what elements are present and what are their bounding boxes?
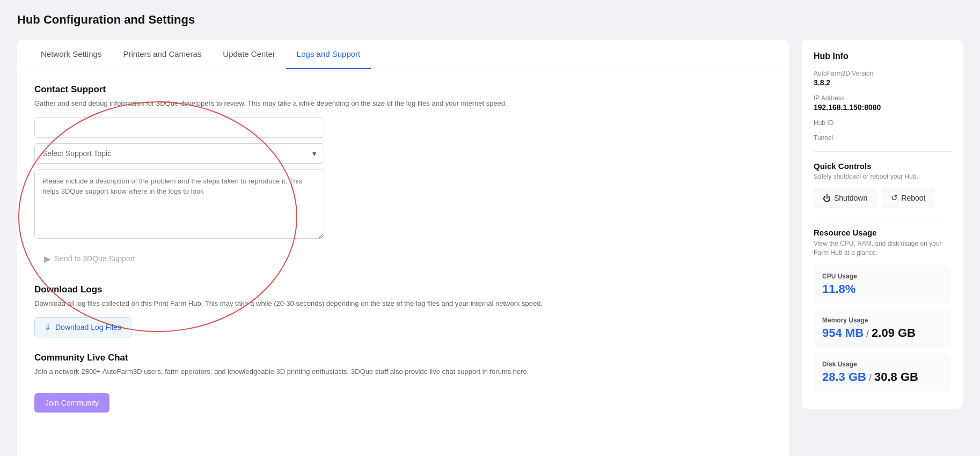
ip-label: IP Address xyxy=(814,94,951,102)
shutdown-button[interactable]: ⏻ Shutdown xyxy=(814,188,876,208)
page-title: Hub Configuration and Settings xyxy=(17,13,963,27)
divider-1 xyxy=(814,151,951,152)
tab-logs-support[interactable]: Logs and Support xyxy=(286,40,371,69)
contact-support-title: Contact Support xyxy=(34,84,772,95)
quick-controls-desc: Safely shutdown or reboot your Hub. xyxy=(814,173,951,180)
sidebar: Hub Info AutoFarm3D Version 3.8.2 IP Add… xyxy=(802,40,963,409)
download-log-files-button[interactable]: ⇓ Download Log Files xyxy=(34,317,131,337)
content-body: Contact Support Gather and send debug in… xyxy=(17,69,789,443)
description-textarea[interactable] xyxy=(34,169,324,239)
download-logs-section: Download Logs Download all log files col… xyxy=(34,284,772,338)
contact-support-desc: Gather and send debug information for 3D… xyxy=(34,98,772,109)
ip-row: IP Address 192.168.1.150:8080 xyxy=(814,94,951,112)
topic-select[interactable]: Select Support Topic Hardware Issue Soft… xyxy=(34,143,324,164)
reboot-icon: ↺ xyxy=(891,193,898,203)
quick-controls-title: Quick Controls xyxy=(814,161,951,171)
community-chat-section: Community Live Chat Join a network 2800+… xyxy=(34,352,772,413)
disk-usage-card: Disk Usage 28.3 GB / 30.8 GB xyxy=(814,353,951,392)
tab-update-center[interactable]: Update Center xyxy=(212,40,286,69)
content-area: Network Settings Printers and Cameras Up… xyxy=(17,40,789,456)
sidebar-card: Hub Info AutoFarm3D Version 3.8.2 IP Add… xyxy=(802,40,963,409)
email-input[interactable] xyxy=(34,117,324,138)
tunnel-row: Tunnel xyxy=(814,134,951,142)
download-logs-desc: Download all log files collected on this… xyxy=(34,298,772,309)
hub-id-row: Hub ID xyxy=(814,119,951,127)
community-chat-title: Community Live Chat xyxy=(34,352,772,363)
send-support-button[interactable]: ▶ Send to 3DQue Support xyxy=(34,248,144,269)
hub-id-label: Hub ID xyxy=(814,119,951,127)
tabs-bar: Network Settings Printers and Cameras Up… xyxy=(17,40,789,69)
version-label: AutoFarm3D Version xyxy=(814,70,951,77)
community-chat-button[interactable]: Join Community xyxy=(34,393,109,413)
memory-usage-card: Memory Usage 954 MB / 2.09 GB xyxy=(814,309,951,348)
divider-2 xyxy=(814,218,951,218)
power-icon: ⏻ xyxy=(823,194,831,203)
disk-value: 28.3 GB / 30.8 GB xyxy=(822,370,942,384)
download-icon: ⇓ xyxy=(45,323,51,332)
cpu-label: CPU Usage xyxy=(822,273,942,280)
contact-form: Select Support Topic Hardware Issue Soft… xyxy=(34,117,324,269)
disk-label: Disk Usage xyxy=(822,361,942,368)
community-chat-desc: Join a network 2800+ AutoFarm3D users, f… xyxy=(34,366,772,377)
resource-usage-title: Resource Usage xyxy=(814,228,951,237)
resource-usage-desc: View the CPU, RAM, and disk usage on you… xyxy=(814,239,951,258)
reboot-button[interactable]: ↺ Reboot xyxy=(882,188,934,208)
memory-label: Memory Usage xyxy=(822,317,942,324)
version-row: AutoFarm3D Version 3.8.2 xyxy=(814,70,951,87)
tab-printers-cameras[interactable]: Printers and Cameras xyxy=(112,40,212,69)
cpu-usage-card: CPU Usage 11.8% xyxy=(814,265,951,304)
ip-value: 192.168.1.150:8080 xyxy=(814,103,951,112)
contact-support-section: Contact Support Gather and send debug in… xyxy=(34,84,772,269)
controls-row: ⏻ Shutdown ↺ Reboot xyxy=(814,188,951,208)
memory-value: 954 MB / 2.09 GB xyxy=(822,326,942,340)
topic-select-wrapper: Select Support Topic Hardware Issue Soft… xyxy=(34,143,324,164)
version-value: 3.8.2 xyxy=(814,78,951,87)
cpu-value: 11.8% xyxy=(822,282,942,296)
send-icon: ▶ xyxy=(44,254,50,264)
download-logs-title: Download Logs xyxy=(34,284,772,295)
tunnel-label: Tunnel xyxy=(814,134,951,142)
tab-network-settings[interactable]: Network Settings xyxy=(30,40,112,69)
hub-info-title: Hub Info xyxy=(814,52,951,61)
